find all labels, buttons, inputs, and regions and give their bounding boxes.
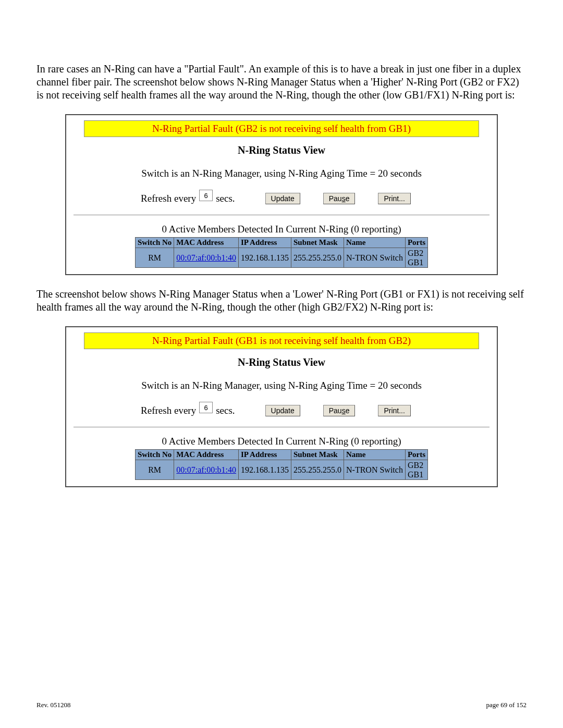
alert-banner: N-Ring Partial Fault (GB2 is not receivi… xyxy=(84,120,479,137)
col-ip: IP Address xyxy=(239,450,291,460)
refresh-label: Refresh every xyxy=(141,193,196,204)
col-ports: Ports xyxy=(405,238,427,248)
table-row: RM 00:07:af:00:b1:40 192.168.1.135 255.2… xyxy=(135,460,427,480)
members-table: Switch No MAC Address IP Address Subnet … xyxy=(135,237,428,268)
pause-button[interactable]: Pause xyxy=(323,193,356,204)
alert-banner: N-Ring Partial Fault (GB1 is not receivi… xyxy=(84,332,479,349)
secs-label: secs. xyxy=(216,193,235,204)
nring-panel-1: N-Ring Partial Fault (GB2 is not receivi… xyxy=(65,114,498,275)
panel-title: N-Ring Status View xyxy=(74,356,489,368)
intro-paragraph-1: In rare cases an N-Ring can have a "Part… xyxy=(36,63,527,102)
page-number: page 69 of 152 xyxy=(486,701,527,709)
cell-name: N-TRON Switch xyxy=(344,248,406,268)
cell-mac: 00:07:af:00:b1:40 xyxy=(174,248,239,268)
refresh-seconds-input[interactable] xyxy=(199,190,213,201)
members-detected: 0 Active Members Detected In Current N-R… xyxy=(74,436,489,447)
pause-button[interactable]: Pause xyxy=(323,405,356,416)
cell-ports: GB2GB1 xyxy=(405,460,427,480)
col-mac: MAC Address xyxy=(174,450,239,460)
revision-label: Rev. 051208 xyxy=(36,701,71,709)
page-footer: Rev. 051208 page 69 of 152 xyxy=(36,701,527,709)
separator xyxy=(74,427,489,427)
panel-subtitle: Switch is an N-Ring Manager, using N-Rin… xyxy=(74,168,489,179)
col-switch-no: Switch No xyxy=(135,238,174,248)
col-mask: Subnet Mask xyxy=(291,450,344,460)
panel-title: N-Ring Status View xyxy=(74,144,489,156)
print-button[interactable]: Print... xyxy=(378,193,410,204)
col-mac: MAC Address xyxy=(174,238,239,248)
table-header-row: Switch No MAC Address IP Address Subnet … xyxy=(135,450,427,460)
cell-name: N-TRON Switch xyxy=(344,460,406,480)
refresh-label: Refresh every xyxy=(141,405,196,416)
secs-label: secs. xyxy=(216,405,235,416)
col-ports: Ports xyxy=(405,450,427,460)
cell-ip: 192.168.1.135 xyxy=(239,248,291,268)
controls-row: Refresh every secs. Update Pause Print..… xyxy=(74,405,489,421)
col-name: Name xyxy=(344,450,406,460)
cell-ip: 192.168.1.135 xyxy=(239,460,291,480)
table-header-row: Switch No MAC Address IP Address Subnet … xyxy=(135,238,427,248)
table-row: RM 00:07:af:00:b1:40 192.168.1.135 255.2… xyxy=(135,248,427,268)
separator xyxy=(74,215,489,215)
mac-link[interactable]: 00:07:af:00:b1:40 xyxy=(176,465,236,474)
cell-mask: 255.255.255.0 xyxy=(291,248,344,268)
cell-mask: 255.255.255.0 xyxy=(291,460,344,480)
members-table: Switch No MAC Address IP Address Subnet … xyxy=(135,449,428,480)
members-detected: 0 Active Members Detected In Current N-R… xyxy=(74,224,489,235)
mac-link[interactable]: 00:07:af:00:b1:40 xyxy=(176,253,236,262)
nring-panel-2: N-Ring Partial Fault (GB1 is not receivi… xyxy=(65,326,498,487)
print-button[interactable]: Print... xyxy=(378,405,410,416)
cell-ports: GB2GB1 xyxy=(405,248,427,268)
cell-switch-no: RM xyxy=(135,460,174,480)
col-switch-no: Switch No xyxy=(135,450,174,460)
panel-subtitle: Switch is an N-Ring Manager, using N-Rin… xyxy=(74,380,489,391)
update-button[interactable]: Update xyxy=(265,405,300,416)
controls-row: Refresh every secs. Update Pause Print..… xyxy=(74,193,489,208)
col-name: Name xyxy=(344,238,406,248)
cell-switch-no: RM xyxy=(135,248,174,268)
intro-paragraph-2: The screenshot below shows N-Ring Manage… xyxy=(36,288,527,314)
cell-mac: 00:07:af:00:b1:40 xyxy=(174,460,239,480)
col-mask: Subnet Mask xyxy=(291,238,344,248)
col-ip: IP Address xyxy=(239,238,291,248)
refresh-seconds-input[interactable] xyxy=(199,402,213,413)
update-button[interactable]: Update xyxy=(265,193,300,204)
